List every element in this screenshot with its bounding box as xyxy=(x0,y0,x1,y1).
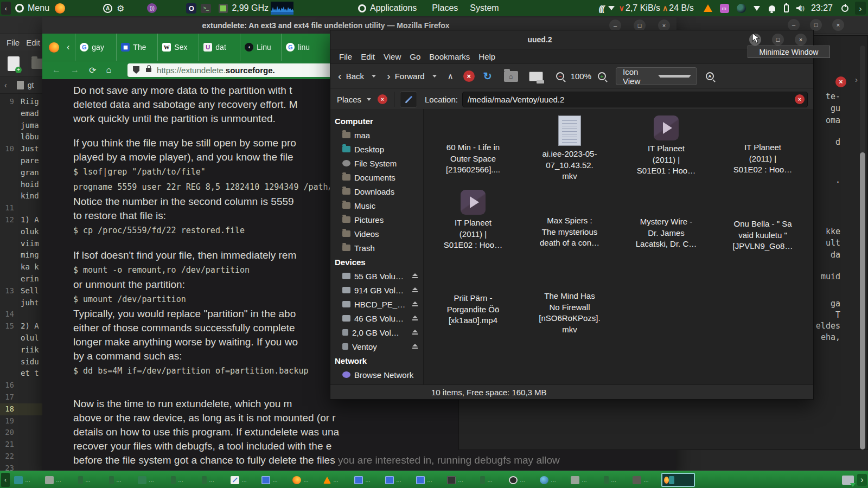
back-icon[interactable]: ← xyxy=(52,65,61,75)
places-dropdown[interactable]: Places xyxy=(337,95,361,104)
zoom-out-icon[interactable]: − xyxy=(556,72,564,80)
search-tool-icon[interactable]: A xyxy=(103,4,112,13)
power-icon[interactable] xyxy=(841,5,848,12)
forward-history-caret-icon[interactable] xyxy=(432,75,437,78)
sidebar-row[interactable]: File System xyxy=(330,156,423,170)
tracking-shield-icon[interactable] xyxy=(133,66,139,74)
menu-item[interactable]: Edit xyxy=(361,52,375,61)
taskbar-window-button[interactable]: … xyxy=(414,473,445,486)
forward-chevron-icon[interactable]: › xyxy=(387,70,391,82)
file-item[interactable]: IT Planeet (2011) | S01E02 : Hoo… xyxy=(717,115,809,176)
menu-item[interactable]: File xyxy=(339,52,352,61)
home-folder-icon[interactable] xyxy=(504,71,518,82)
taskbar-collapse-icon[interactable]: ‹ xyxy=(1,473,10,487)
taskbar-window-button[interactable]: … xyxy=(136,473,167,486)
menu-item[interactable]: Help xyxy=(478,52,495,61)
fm-close-button[interactable]: × xyxy=(795,34,807,46)
applications-menu[interactable]: Applications xyxy=(370,3,417,13)
sidebar-row[interactable]: Network xyxy=(330,354,423,368)
sidebar-row[interactable]: 55 GB Volu… xyxy=(330,269,423,283)
stop-icon[interactable]: × xyxy=(463,70,475,82)
network-menu-icon[interactable] xyxy=(754,6,760,11)
taskbar-window-button[interactable]: … xyxy=(105,473,136,486)
reload-icon[interactable]: ⟳ xyxy=(89,65,96,75)
notifications-bell-icon[interactable] xyxy=(769,5,775,11)
clear-location-icon[interactable]: × xyxy=(795,94,805,104)
taskbar-window-button[interactable]: … xyxy=(259,473,290,486)
editor-menu-file[interactable]: File xyxy=(7,38,20,47)
pulseaudio-icon[interactable]: ılı xyxy=(720,4,729,13)
applications-menu-icon[interactable] xyxy=(358,4,366,12)
eject-icon[interactable] xyxy=(412,287,418,293)
sidebar-row[interactable]: Desktop xyxy=(330,142,423,156)
editor-close-button[interactable]: × xyxy=(832,19,844,31)
file-item[interactable]: ai.iee-2023-05- 07_10.43.52. mkv xyxy=(524,115,616,182)
clock[interactable]: 23:27 xyxy=(811,3,833,13)
taskbar-window-button[interactable]: … xyxy=(599,473,630,486)
file-item[interactable]: 60 Min - Life in Outer Space [219602566]… xyxy=(427,115,519,176)
refresh-icon[interactable]: ↻ xyxy=(483,70,492,82)
net-down-speed[interactable]: 2,7 KiB/s xyxy=(626,3,660,13)
tor-icon[interactable]: ))) xyxy=(147,3,157,13)
sidebar-row[interactable]: Pictures xyxy=(330,213,423,227)
sidebar-row[interactable]: 46 GB Volu… xyxy=(330,311,423,325)
tab-overflow-left-icon[interactable]: ‹ xyxy=(67,42,69,52)
sidebar-row[interactable]: Browse Network xyxy=(330,368,423,382)
editor-tab-label[interactable]: gt xyxy=(28,81,34,89)
home-icon[interactable]: ⌂ xyxy=(106,65,111,75)
sidebar-row[interactable]: HBCD_PE_… xyxy=(330,297,423,311)
sidebar-row[interactable]: Trash xyxy=(330,241,423,255)
taskbar-window-button[interactable]: … xyxy=(12,473,43,486)
file-item[interactable]: Onu Bella - " Sa vaid kuuletu " [JPVLN9_… xyxy=(717,190,809,252)
location-input[interactable]: /media/maa/Ventoy/uued.2 × xyxy=(462,92,808,107)
places-menu[interactable]: Places xyxy=(432,3,458,13)
opera-icon[interactable]: O xyxy=(186,3,196,14)
sidebar-row[interactable]: Devices xyxy=(330,255,423,269)
vlc-icon[interactable] xyxy=(704,4,712,12)
new-document-icon[interactable] xyxy=(8,56,20,71)
taskbar-window-button[interactable]: … xyxy=(445,473,476,486)
file-grid[interactable]: 60 Min - Life in Outer Space [219602566]… xyxy=(424,109,813,384)
sidebar-row[interactable]: 2,0 GB Vol… xyxy=(330,325,423,339)
close-tab-icon[interactable]: × xyxy=(835,76,846,87)
cpu-frequency[interactable]: 2,99 GHz xyxy=(232,3,269,13)
firefox-launcher-icon[interactable] xyxy=(55,3,65,14)
mate-menu-icon[interactable] xyxy=(15,4,24,12)
show-desktop-icon[interactable] xyxy=(842,476,854,485)
editor-menu-edit[interactable]: Edit xyxy=(26,38,40,47)
editor-scrollbar-thumb[interactable] xyxy=(860,152,865,450)
back-button[interactable]: Back xyxy=(346,72,364,81)
editor-minimize-button[interactable]: – xyxy=(788,19,800,31)
sidebar-row[interactable]: 914 GB Vol… xyxy=(330,283,423,297)
sidebar-row[interactable]: Computer xyxy=(330,114,423,128)
file-item[interactable]: Mystery Wire - Dr. James Lacatski, Dr. C… xyxy=(620,190,712,250)
menu-item[interactable]: Bookmarks xyxy=(429,52,470,61)
computer-icon[interactable] xyxy=(529,72,543,81)
file-item[interactable]: Priit Pärn - Porgandite Öö [xk1aa0].mp4 xyxy=(427,264,519,326)
browser-tab[interactable]: ◖ Linu xyxy=(240,34,281,61)
back-chevron-icon[interactable]: ‹ xyxy=(338,70,342,82)
browser-tab[interactable]: G gay xyxy=(75,34,116,61)
menu-item[interactable]: View xyxy=(384,52,401,61)
close-sidebar-icon[interactable]: × xyxy=(378,94,387,104)
taskbar-window-button[interactable]: … xyxy=(630,473,661,486)
taskbar-window-button[interactable]: … xyxy=(352,473,383,486)
panel-collapse-right-icon[interactable]: › xyxy=(855,2,866,15)
search-icon[interactable]: A xyxy=(706,72,714,80)
forward-button[interactable]: Forward xyxy=(395,72,425,81)
browser-tab[interactable]: ▦ The xyxy=(116,34,157,61)
network-signal-icon[interactable]: ((( xyxy=(599,4,604,13)
wifi-icon[interactable] xyxy=(608,6,615,10)
taskbar-window-button[interactable]: … xyxy=(476,473,507,486)
file-manager-titlebar[interactable]: uued.2 – □ × xyxy=(330,30,813,49)
file-item[interactable]: The Mind Has No Firewall [nSO6RoKPozs]. … xyxy=(524,264,616,335)
eject-icon[interactable] xyxy=(412,301,418,307)
menu-button[interactable]: Menu xyxy=(28,3,49,13)
settings-gears-icon[interactable]: ⚙ xyxy=(117,3,124,14)
back-history-caret-icon[interactable] xyxy=(372,75,376,78)
battery-icon[interactable] xyxy=(784,4,789,12)
places-sidebar[interactable]: Computer maa Desktop File Sys xyxy=(330,109,424,384)
panel-collapse-left-icon[interactable]: ‹ xyxy=(1,2,11,15)
firefox-logo-icon[interactable] xyxy=(49,42,59,53)
taskbar-window-button[interactable]: … xyxy=(569,473,599,486)
